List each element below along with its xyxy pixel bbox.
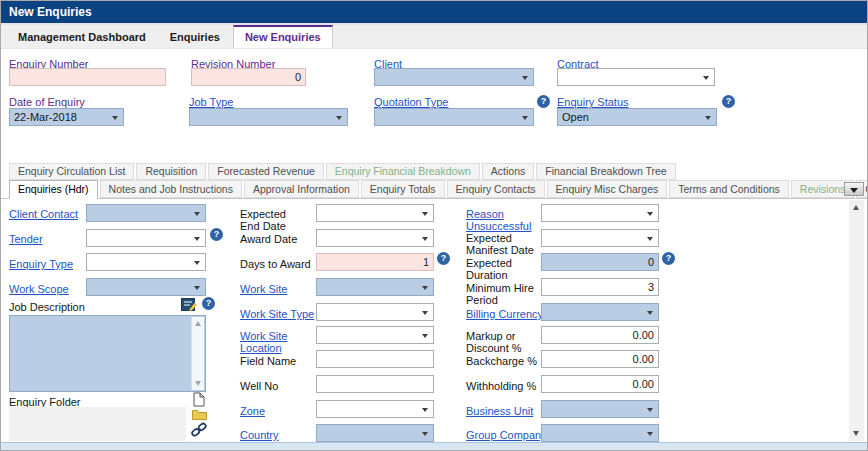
chevron-down-icon — [647, 408, 653, 412]
quotation-type-link[interactable]: Quotation Type — [374, 96, 448, 108]
help-icon[interactable]: ? — [537, 95, 550, 108]
help-icon[interactable]: ? — [437, 252, 450, 265]
chevron-down-icon — [422, 237, 428, 241]
enquiry-type-link[interactable]: Enquiry Type — [9, 258, 73, 270]
open-folder-icon[interactable] — [192, 409, 207, 420]
chevron-down-icon — [194, 261, 200, 265]
chevron-down-icon — [647, 237, 653, 241]
client-contact-link[interactable]: Client Contact — [9, 208, 78, 220]
more-tabs-button[interactable] — [844, 182, 864, 196]
chevron-down-icon — [647, 311, 653, 315]
expected-duration-input[interactable] — [541, 253, 659, 271]
contract-select[interactable] — [557, 68, 715, 86]
tab-enquiry-misc-charges[interactable]: Enquiry Misc Charges — [547, 180, 668, 198]
tab-notes-and-job-instructions[interactable]: Notes and Job Instructions — [100, 180, 242, 198]
tab-enquiry-contacts[interactable]: Enquiry Contacts — [447, 180, 545, 198]
tab-enquiry-circulation-list[interactable]: Enquiry Circulation List — [9, 163, 134, 180]
content-scrollbar[interactable] — [849, 200, 864, 441]
tab-enquiries[interactable]: Enquiries — [159, 27, 231, 48]
field-name-label: Field Name — [240, 355, 296, 367]
tab-requisition[interactable]: Requisition — [136, 163, 206, 180]
minimum-hire-period-label: Minimum Hire Period — [466, 282, 536, 306]
enquiry-status-link[interactable]: Enquiry Status — [557, 96, 629, 108]
billing-currency-link[interactable]: Billing Currency — [466, 308, 543, 320]
work-site-select[interactable] — [316, 278, 434, 296]
new-document-icon[interactable] — [193, 392, 205, 407]
job-description-scrollbar[interactable] — [191, 317, 204, 390]
help-icon[interactable]: ? — [202, 297, 215, 310]
withholding-input[interactable] — [541, 375, 659, 393]
scroll-up-icon[interactable] — [195, 321, 201, 326]
job-description-textarea[interactable] — [9, 315, 206, 392]
tab-actions[interactable]: Actions — [482, 163, 534, 180]
backcharge-input[interactable] — [541, 350, 659, 368]
enquiry-number-input[interactable] — [9, 68, 166, 86]
minimum-hire-period-input[interactable] — [541, 278, 659, 296]
work-site-type-select[interactable] — [316, 303, 434, 321]
field-name-input[interactable] — [316, 350, 434, 368]
tab-terms-and-conditions[interactable]: Terms and Conditions — [669, 180, 789, 198]
enquiry-folder-field[interactable] — [9, 407, 186, 441]
work-site-location-link[interactable]: Work Site Location — [240, 330, 306, 354]
edit-notes-icon[interactable] — [181, 297, 197, 311]
scroll-down-icon[interactable] — [849, 426, 864, 441]
markup-or-discount-input[interactable] — [541, 326, 659, 344]
work-site-type-link[interactable]: Work Site Type — [240, 308, 314, 320]
country-select[interactable] — [316, 424, 434, 442]
tab-approval-information[interactable]: Approval Information — [244, 180, 359, 198]
work-scope-select[interactable] — [86, 278, 206, 296]
chevron-down-icon — [422, 212, 428, 216]
client-contact-select[interactable] — [86, 204, 206, 222]
country-link[interactable]: Country — [240, 429, 279, 441]
tender-link[interactable]: Tender — [9, 233, 43, 245]
top-tab-bar: Management Dashboard Enquiries New Enqui… — [1, 23, 867, 49]
award-date-select[interactable] — [316, 229, 434, 247]
tender-select[interactable] — [86, 229, 206, 247]
work-site-location-select[interactable] — [316, 326, 434, 344]
revision-number-input[interactable] — [191, 68, 306, 86]
expected-end-date-select[interactable] — [316, 204, 434, 222]
tab-enquiries-hdr[interactable]: Enquiries (Hdr) — [9, 180, 98, 199]
expected-manifest-date-label: Expected Manifest Date — [466, 232, 536, 256]
group-company-select[interactable] — [541, 424, 659, 442]
enquiry-type-select[interactable] — [86, 253, 206, 271]
tab-forecasted-revenue[interactable]: Forecasted Revenue — [208, 163, 323, 180]
tab-management-dashboard[interactable]: Management Dashboard — [7, 27, 157, 48]
work-site-link[interactable]: Work Site — [240, 283, 287, 295]
expected-duration-label: Expected Duration — [466, 257, 536, 281]
tab-enquiry-financial-breakdown[interactable]: Enquiry Financial Breakdown — [326, 163, 480, 180]
chevron-down-icon — [194, 286, 200, 290]
help-icon[interactable]: ? — [722, 95, 735, 108]
billing-currency-select[interactable] — [541, 303, 659, 321]
date-of-enquiry-select[interactable]: 22-Mar-2018 — [9, 108, 124, 126]
tab-new-enquiries[interactable]: New Enquiries — [233, 25, 333, 48]
chevron-down-icon — [422, 432, 428, 436]
expected-manifest-date-select[interactable] — [541, 229, 659, 247]
work-scope-link[interactable]: Work Scope — [9, 283, 69, 295]
well-no-label: Well No — [240, 380, 278, 392]
help-icon[interactable]: ? — [210, 228, 223, 241]
job-type-link[interactable]: Job Type — [189, 96, 233, 108]
chevron-down-icon — [422, 408, 428, 412]
quotation-type-select[interactable] — [374, 108, 534, 126]
reason-unsuccessful-link[interactable]: Reason Unsuccessful — [466, 208, 536, 232]
help-icon[interactable]: ? — [662, 252, 675, 265]
tab-enquiry-totals[interactable]: Enquiry Totals — [361, 180, 445, 198]
scroll-down-icon[interactable] — [195, 381, 201, 386]
job-type-select[interactable] — [189, 108, 348, 126]
days-to-award-input[interactable] — [316, 253, 434, 271]
well-no-input[interactable] — [316, 375, 434, 393]
reason-unsuccessful-select[interactable] — [541, 204, 659, 222]
business-unit-select[interactable] — [541, 400, 659, 418]
link-icon[interactable] — [191, 422, 207, 438]
client-select[interactable] — [374, 68, 534, 86]
group-company-link[interactable]: Group Company — [466, 429, 547, 441]
zone-select[interactable] — [316, 400, 434, 418]
chevron-down-icon — [647, 212, 653, 216]
enquiry-status-select[interactable]: Open — [557, 108, 717, 126]
scroll-up-icon[interactable] — [849, 200, 864, 215]
chevron-down-icon — [112, 116, 118, 120]
zone-link[interactable]: Zone — [240, 405, 265, 417]
tab-financial-breakdown-tree[interactable]: Financial Breakdown Tree — [536, 163, 675, 180]
business-unit-link[interactable]: Business Unit — [466, 405, 533, 417]
